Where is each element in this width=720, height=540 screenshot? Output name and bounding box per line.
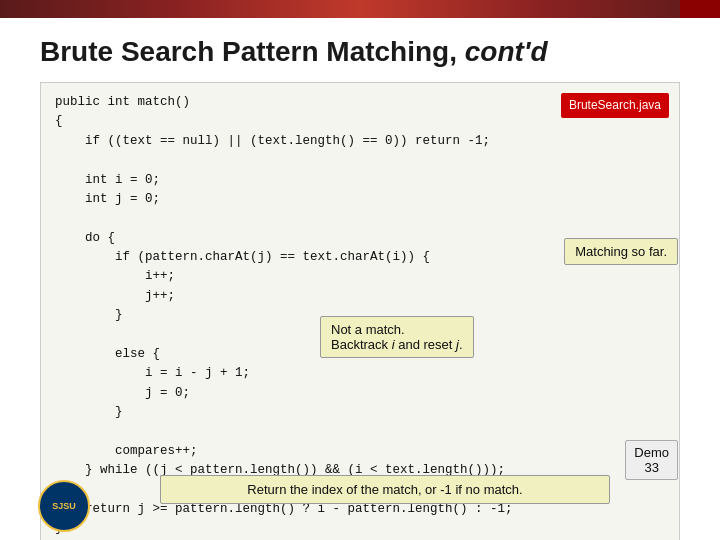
notmatch-line2: Backtrack i and reset j. (331, 337, 463, 352)
slide-title: Brute Search Pattern Matching, cont'd (40, 36, 680, 68)
callout-notmatch: Not a match. Backtrack i and reset j. (320, 316, 474, 358)
notmatch-line1: Not a match. (331, 322, 405, 337)
demo-label: Demo (634, 445, 669, 460)
title-italic: cont'd (465, 36, 548, 67)
callout-matching-text: Matching so far. (575, 244, 667, 259)
slide: Brute Search Pattern Matching, cont'd Br… (0, 0, 720, 540)
sjsu-logo: SJSU (38, 480, 90, 532)
sjsu-logo-inner: SJSU (38, 480, 90, 532)
callout-return: Return the index of the match, or -1 if … (160, 475, 610, 504)
red-corner (680, 0, 720, 18)
slide-content: Brute Search Pattern Matching, cont'd Br… (0, 18, 720, 540)
code-block: BruteSearch.java public int match() { if… (40, 82, 680, 540)
top-bar (0, 0, 720, 18)
title-text: Brute Search Pattern Matching, (40, 36, 465, 67)
callout-matching: Matching so far. (564, 238, 678, 265)
callout-return-text: Return the index of the match, or -1 if … (247, 482, 522, 497)
demo-badge: Demo 33 (625, 440, 678, 480)
brute-search-badge: BruteSearch.java (561, 93, 669, 118)
demo-number: 33 (634, 460, 669, 475)
